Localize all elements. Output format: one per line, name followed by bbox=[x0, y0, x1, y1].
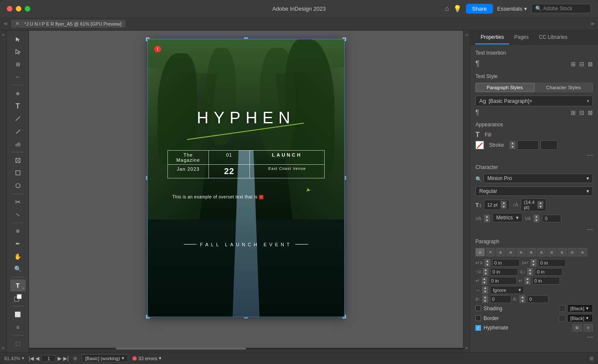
tab-close-icon[interactable]: ✕ bbox=[15, 21, 19, 26]
indent4-input[interactable]: 0 in bbox=[535, 268, 563, 276]
indent6-stepper[interactable]: ▲ ▼ bbox=[525, 277, 531, 285]
tracking-dropdown[interactable]: Metrics ▾ bbox=[492, 213, 522, 222]
indent5-input[interactable]: 0 in bbox=[489, 277, 517, 285]
insert-special-char-icon[interactable]: ¶ bbox=[475, 59, 480, 68]
insert-icon-2[interactable]: ⊟ bbox=[579, 61, 584, 67]
format-icon-1[interactable]: ⊞ bbox=[571, 109, 576, 116]
leading-up[interactable]: ▲ bbox=[537, 201, 543, 205]
baseline1-input[interactable]: 0 bbox=[490, 295, 511, 303]
insert-icon-3[interactable]: ⊠ bbox=[588, 61, 593, 67]
ind2-down[interactable]: ▼ bbox=[531, 263, 536, 267]
home-icon[interactable]: ⌂ bbox=[445, 5, 449, 12]
style-dropdown-status[interactable]: [Basic] (working) ▾ bbox=[82, 354, 128, 362]
h-scrollbar[interactable] bbox=[29, 348, 463, 349]
indent2-input[interactable]: 0 in bbox=[538, 259, 566, 267]
leading-input[interactable]: (14.4 pt) ▲ ▼ bbox=[521, 198, 546, 211]
font-size-stepper[interactable]: ▲ ▼ bbox=[501, 201, 507, 209]
page-tool[interactable]: ⊞ bbox=[10, 58, 26, 70]
shading-color-dropdown[interactable]: [Black] ▾ bbox=[567, 304, 593, 312]
free-transform-tool[interactable]: ⊗ bbox=[10, 225, 26, 237]
text-wrap-icon[interactable]: ⊞ bbox=[571, 61, 576, 67]
character-styles-button[interactable]: Character Styles bbox=[534, 83, 593, 92]
indent1-input[interactable]: 0 in bbox=[492, 259, 520, 267]
right-collapse-down[interactable]: » bbox=[466, 346, 468, 350]
tracking-stepper[interactable]: ▲ ▼ bbox=[484, 215, 490, 222]
pencil-tool[interactable] bbox=[10, 125, 26, 137]
expand-icon[interactable]: ⊞ bbox=[589, 355, 594, 361]
font-dropdown[interactable]: Minion Pro ▾ bbox=[484, 174, 593, 183]
hand-tool[interactable]: ✋ bbox=[10, 250, 26, 262]
canvas-area[interactable]: ! HYPHEN ➤ The Magazine bbox=[29, 31, 463, 352]
fill-stroke-icons[interactable] bbox=[10, 292, 26, 304]
tracking-down[interactable]: ▼ bbox=[484, 218, 490, 222]
indent6-input[interactable]: 0 in bbox=[532, 277, 560, 285]
nav-next[interactable]: ▶ bbox=[58, 355, 62, 361]
ind4-up[interactable]: ▲ bbox=[527, 268, 533, 272]
view-mode[interactable]: ⬚ bbox=[10, 338, 26, 349]
type-tool[interactable]: T bbox=[10, 100, 26, 112]
ind5-up[interactable]: ▲ bbox=[481, 277, 487, 281]
stroke-style-swatch[interactable] bbox=[540, 140, 557, 150]
zoom-tool[interactable]: 🔍 bbox=[10, 263, 26, 275]
kerning-stepper[interactable]: ▲ ▼ bbox=[534, 215, 539, 222]
stroke-color-preview[interactable] bbox=[475, 141, 484, 149]
select-tool[interactable] bbox=[10, 33, 26, 45]
align-justify[interactable]: ≡ bbox=[506, 248, 516, 256]
ind1-up[interactable]: ▲ bbox=[484, 259, 490, 263]
shading-color-box[interactable] bbox=[559, 305, 566, 312]
ind1-down[interactable]: ▼ bbox=[484, 263, 490, 267]
nav-last[interactable]: ▶| bbox=[63, 355, 68, 361]
share-button[interactable]: Share bbox=[466, 4, 493, 14]
direct-select-tool[interactable] bbox=[10, 46, 26, 58]
b1-up[interactable]: ▲ bbox=[482, 295, 488, 299]
ind4-down[interactable]: ▼ bbox=[527, 272, 533, 276]
hyphenate-list-icon[interactable]: ≡ bbox=[583, 324, 593, 332]
eyedropper-tool[interactable]: ✒ bbox=[10, 238, 26, 250]
ignore-down[interactable]: ▼ bbox=[482, 290, 488, 294]
tracking-up[interactable]: ▲ bbox=[484, 215, 490, 218]
errors-indicator[interactable]: 33 errors ▾ bbox=[132, 355, 161, 361]
b1-down[interactable]: ▼ bbox=[482, 299, 488, 303]
indent1-stepper[interactable]: ▲ ▼ bbox=[484, 259, 490, 267]
stroke-up[interactable]: ▲ bbox=[510, 141, 516, 145]
preview-mode[interactable]: ⬜ bbox=[10, 309, 26, 320]
paragraph-more[interactable]: ··· bbox=[475, 333, 593, 341]
tab-collapse-left[interactable]: ≪ bbox=[3, 21, 8, 26]
baseline2-stepper[interactable]: ▲ ▼ bbox=[519, 295, 525, 303]
page-input[interactable]: 1 bbox=[41, 355, 56, 362]
ind6-down[interactable]: ▼ bbox=[525, 281, 531, 285]
style-dropdown[interactable]: Ag [Basic Paragraph]+ ▾ bbox=[475, 96, 593, 106]
kerning-input[interactable]: 0 bbox=[542, 215, 561, 222]
hyphenate-checkbox[interactable] bbox=[475, 325, 481, 331]
indent3-input[interactable]: 0 in bbox=[490, 268, 518, 276]
stroke-down[interactable]: ▼ bbox=[510, 145, 516, 149]
paragraph-icon[interactable]: ¶ bbox=[475, 109, 479, 116]
font-style-dropdown[interactable]: Regular ▾ bbox=[475, 186, 593, 196]
rectangle-frame-tool[interactable] bbox=[10, 154, 26, 166]
size-up[interactable]: ▲ bbox=[501, 201, 507, 205]
indent2-stepper[interactable]: ▲ ▼ bbox=[531, 259, 536, 267]
kerning-up[interactable]: ▲ bbox=[534, 215, 539, 218]
ind3-up[interactable]: ▲ bbox=[483, 268, 489, 272]
eraser-tool[interactable] bbox=[10, 138, 26, 150]
align-justify-last-right[interactable]: ≡ bbox=[568, 248, 577, 256]
align-justify-center[interactable]: ≡ bbox=[527, 248, 536, 256]
ignore-dropdown[interactable]: Ignore ▾ bbox=[490, 286, 524, 294]
content-collector[interactable]: ⊕ bbox=[10, 87, 26, 99]
hyphenate-grid-icon[interactable]: ⊞ bbox=[572, 324, 582, 332]
type-on-path-tool[interactable]: T ✕ bbox=[10, 280, 26, 291]
essentials-button[interactable]: Essentials ▾ bbox=[497, 6, 527, 12]
shading-checkbox[interactable] bbox=[475, 306, 481, 311]
indent5-stepper[interactable]: ▲ ▼ bbox=[481, 277, 487, 285]
font-size-input[interactable]: 12 pt ▲ ▼ bbox=[484, 200, 510, 210]
leading-stepper[interactable]: ▲ ▼ bbox=[537, 201, 543, 209]
leading-down[interactable]: ▼ bbox=[537, 205, 543, 209]
indent4-stepper[interactable]: ▲ ▼ bbox=[527, 268, 533, 276]
tab-cc-libraries[interactable]: CC Libraries bbox=[534, 31, 573, 44]
baseline1-stepper[interactable]: ▲ ▼ bbox=[482, 295, 488, 303]
kerning-down[interactable]: ▼ bbox=[534, 218, 539, 222]
rectangle-tool[interactable] bbox=[10, 167, 26, 179]
align-justify-last-left[interactable]: ≡ bbox=[557, 248, 567, 256]
ind3-down[interactable]: ▼ bbox=[483, 272, 489, 276]
b2-down[interactable]: ▼ bbox=[519, 299, 525, 303]
